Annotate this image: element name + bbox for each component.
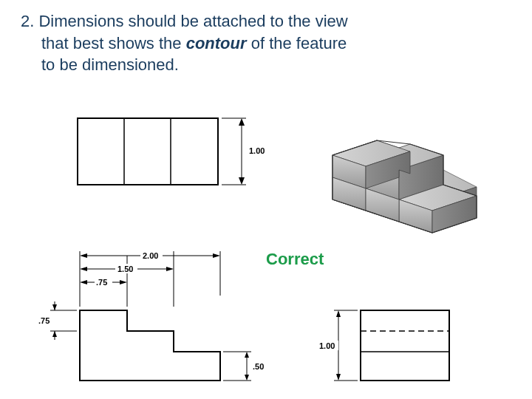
svg-marker-42 [80,253,87,258]
svg-rect-64 [361,310,449,381]
dim-width-mid: 1.50 [117,265,133,273]
rule-number: 2. [21,12,34,30]
rule-line2b: of the feature [247,34,347,52]
isometric-block [325,115,480,244]
dim-step-height: .75 [38,316,50,325]
svg-marker-70 [336,310,341,317]
svg-marker-58 [52,331,57,337]
dim-notch-height: .50 [253,362,264,371]
svg-marker-62 [245,352,249,358]
dim-side-height: 1.00 [319,341,335,350]
rule-contour-word: contour [186,34,247,52]
svg-marker-6 [239,118,245,126]
rule-line3: to be dimensioned. [21,54,510,76]
dim-width-full: 2.00 [143,251,158,260]
rule-text: 2. Dimensions should be attached to the … [21,10,510,76]
svg-marker-71 [336,374,341,381]
top-view-drawing: 1.00 [70,111,284,196]
svg-marker-56 [52,304,57,310]
side-view-drawing: 1.00 [318,304,473,399]
svg-marker-7 [239,177,245,185]
svg-marker-51 [120,280,127,284]
dim-width-small: .75 [96,278,107,287]
svg-marker-47 [166,267,174,271]
rule-line2a: that best shows the [41,34,186,52]
svg-marker-63 [245,375,249,381]
svg-marker-50 [80,280,87,284]
svg-marker-46 [80,267,87,271]
svg-rect-0 [78,118,218,185]
svg-marker-43 [213,253,220,258]
rule-line1: Dimensions should be attached to the vie… [38,12,347,30]
dim-top-height: 1.00 [249,146,265,155]
front-view-drawing: 2.00 1.50 .75 .75 .50 [37,251,288,399]
